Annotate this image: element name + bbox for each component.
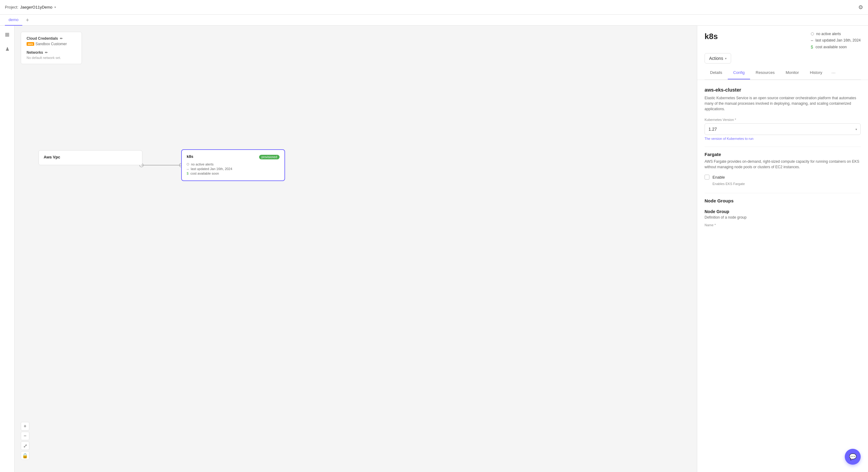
meta-dot-icon <box>811 32 814 35</box>
k8s-node-header: k8s provisioned <box>187 154 280 160</box>
rp-tabs: Details Config Resources Monitor History… <box>705 67 861 80</box>
tab-resources[interactable]: Resources <box>750 67 780 79</box>
cloud-credentials-edit-icon[interactable]: ✏ <box>60 37 63 41</box>
k8s-version-hint: The version of Kubernetes to run <box>705 137 861 140</box>
tab-monitor[interactable]: Monitor <box>780 67 804 79</box>
k8s-node[interactable]: k8s provisioned no active alerts -- last… <box>181 149 285 181</box>
node-group-title: Node Group <box>705 209 861 214</box>
rp-body: aws-eks-cluster Elastic Kubernetes Servi… <box>697 80 868 472</box>
right-panel: k8s no active alerts -- last updated Jan… <box>697 26 868 472</box>
fargate-section: Fargate AWS Fargate provides on-demand, … <box>705 152 861 186</box>
node-groups-section: Node Groups Node Group Definition of a n… <box>705 198 861 227</box>
rp-header: k8s no active alerts -- last updated Jan… <box>697 26 868 80</box>
k8s-no-alerts-row: no active alerts <box>187 162 280 166</box>
aws-vpc-node[interactable]: Aws Vpc <box>38 150 143 165</box>
aws-badge: aws <box>27 42 34 46</box>
fargate-enable-checkbox[interactable] <box>705 175 709 179</box>
section-desc: Elastic Kubernetes Service is an open so… <box>705 95 861 112</box>
rp-meta-alerts: no active alerts <box>811 32 861 36</box>
k8s-version-label: Kubernetes Version * <box>705 118 861 122</box>
divider-2 <box>705 193 861 193</box>
project-selector[interactable]: Project: JaegerO11yDemo ▾ <box>5 5 56 9</box>
info-panel: Cloud Credentials ✏ aws Sandbox Customer… <box>21 32 82 64</box>
main-layout: ▦ ♟ Cloud Credentials ✏ aws Sandbox Cust… <box>0 26 868 472</box>
gear-icon[interactable]: ⚙ <box>858 4 863 11</box>
zoom-in-button[interactable]: + <box>21 422 29 431</box>
canvas-area[interactable]: Cloud Credentials ✏ aws Sandbox Customer… <box>15 26 697 472</box>
tab-bar: demo + <box>0 15 868 26</box>
top-bar: Project: JaegerO11yDemo ▾ ⚙ <box>0 0 868 15</box>
k8s-version-input-wrapper: ▾ <box>705 123 861 135</box>
networks-edit-icon[interactable]: ✏ <box>45 51 48 55</box>
chevron-down-icon: ▾ <box>54 5 56 9</box>
user-icon[interactable]: ♟ <box>2 44 12 54</box>
k8s-cost-row: $ cost available soon <box>187 172 280 175</box>
tab-demo[interactable]: demo <box>5 15 22 26</box>
node-group-name-label: Name * <box>705 223 861 227</box>
networks-title: Networks ✏ <box>27 50 76 55</box>
k8s-version-input[interactable] <box>705 123 861 135</box>
actions-button[interactable]: Actions ▾ <box>705 53 731 64</box>
lock-button[interactable]: 🔒 <box>21 451 29 460</box>
fargate-enable-hint: Enables EKS Fargate <box>712 182 861 186</box>
fargate-desc: AWS Fargate provides on-demand, right-si… <box>705 159 861 170</box>
layout-icon[interactable]: ▦ <box>2 29 12 39</box>
canvas-controls: + − ⤢ 🔒 <box>21 422 29 460</box>
fargate-title: Fargate <box>705 152 861 157</box>
fargate-enable-label: Enable <box>712 175 725 179</box>
section-title: aws-eks-cluster <box>705 87 861 93</box>
meta-dollar-icon: $ <box>811 44 813 49</box>
divider-1 <box>705 146 861 147</box>
zoom-out-button[interactable]: − <box>21 432 29 440</box>
tab-add-button[interactable]: + <box>24 18 32 23</box>
rp-title: k8s <box>705 32 718 41</box>
tab-config[interactable]: Config <box>728 67 750 79</box>
rp-meta-cost: $ cost available soon <box>811 44 861 49</box>
fit-button[interactable]: ⤢ <box>21 441 29 450</box>
project-label: Project: <box>5 5 18 9</box>
tab-details[interactable]: Details <box>705 67 728 79</box>
tab-history[interactable]: History <box>804 67 828 79</box>
rp-meta: no active alerts -- last updated Jan 16t… <box>811 32 861 49</box>
rp-meta-updated: -- last updated Jan 16th, 2024 <box>811 38 861 43</box>
k8s-last-updated-row: -- last updated Jan 16th, 2024 <box>187 167 280 171</box>
dash-icon: -- <box>187 167 189 171</box>
connector-svg <box>15 26 697 472</box>
rp-title-row: k8s no active alerts -- last updated Jan… <box>705 32 861 49</box>
chat-bubble[interactable]: 💬 <box>845 449 861 465</box>
node-group-desc: Definition of a node group <box>705 215 861 220</box>
cloud-provider-row: aws Sandbox Customer <box>27 42 76 46</box>
cloud-credentials-title: Cloud Credentials ✏ <box>27 36 76 41</box>
fargate-enable-row: Enable <box>705 175 861 179</box>
meta-dash-icon: -- <box>811 38 813 43</box>
cloud-credentials-section: Cloud Credentials ✏ aws Sandbox Customer <box>27 36 76 46</box>
dollar-icon: $ <box>187 172 188 175</box>
left-sidebar: ▦ ♟ <box>0 26 15 472</box>
networks-section: Networks ✏ No default network set. <box>27 50 76 60</box>
actions-chevron-icon: ▾ <box>725 57 726 60</box>
chat-icon: 💬 <box>849 453 857 461</box>
status-dot-icon <box>187 163 189 166</box>
node-groups-title: Node Groups <box>705 198 861 203</box>
project-name: JaegerO11yDemo <box>20 5 53 9</box>
k8s-version-field: Kubernetes Version * ▾ The version of Ku… <box>705 118 861 140</box>
tab-more-button[interactable]: ··· <box>828 67 839 79</box>
